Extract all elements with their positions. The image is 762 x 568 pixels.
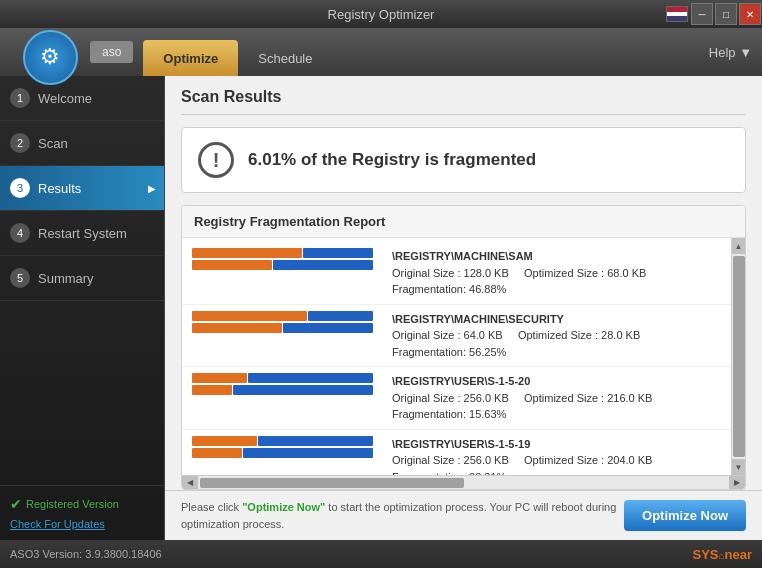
step-badge-4: 4 <box>10 223 30 243</box>
checkmark-icon: ✔ <box>10 496 22 512</box>
bar-row <box>192 311 382 321</box>
frag-bars-4 <box>192 436 382 460</box>
bar-blue <box>308 311 373 321</box>
bar-row <box>192 373 382 383</box>
close-button[interactable]: ✕ <box>739 3 761 25</box>
bar-row <box>192 260 382 270</box>
item-path: \REGISTRY\MACHINE\SECURITY <box>392 311 721 328</box>
step-badge-2: 2 <box>10 133 30 153</box>
sidebar-label-scan: Scan <box>38 136 68 151</box>
item-info-2: \REGISTRY\MACHINE\SECURITY Original Size… <box>392 311 721 361</box>
list-item: \REGISTRY\USER\S-1-5-20 Original Size : … <box>182 367 731 430</box>
app-title: Registry Optimizer <box>328 7 435 22</box>
bar-orange <box>192 248 302 258</box>
top-nav: aso Optimize Schedule Help ▼ <box>0 28 762 76</box>
bar-blue <box>273 260 373 270</box>
nav-tab-aso[interactable]: aso <box>90 41 133 63</box>
sidebar-label-summary: Summary <box>38 271 94 286</box>
alert-text: 6.01% of the Registry is fragmented <box>248 150 536 170</box>
maximize-button[interactable]: □ <box>715 3 737 25</box>
item-sizes: Original Size : 256.0 KB Optimized Size … <box>392 390 721 407</box>
alert-box: ! 6.01% of the Registry is fragmented <box>181 127 746 193</box>
step-badge-3: 3 <box>10 178 30 198</box>
list-item: \REGISTRY\MACHINE\SECURITY Original Size… <box>182 305 731 368</box>
item-frag: Fragmentation: 15.63% <box>392 406 721 423</box>
item-frag: Fragmentation: 46.88% <box>392 281 721 298</box>
report-list: \REGISTRY\MACHINE\SAM Original Size : 12… <box>182 238 731 475</box>
sidebar-footer: ✔ Registered Version Check For Updates <box>0 485 164 540</box>
item-sizes: Original Size : 64.0 KB Optimized Size :… <box>392 327 721 344</box>
step-badge-5: 5 <box>10 268 30 288</box>
title-bar: Registry Optimizer ─ □ ✕ <box>0 0 762 28</box>
step-badge-1: 1 <box>10 88 30 108</box>
content-area: Scan Results ! 6.01% of the Registry is … <box>165 76 762 540</box>
bar-blue <box>258 436 373 446</box>
scroll-up-button[interactable]: ▲ <box>732 238 746 254</box>
scroll-down-button[interactable]: ▼ <box>732 459 746 475</box>
frag-bars-2 <box>192 311 382 335</box>
sidebar: 1 Welcome 2 Scan 3 Results 4 Restart Sys… <box>0 76 165 540</box>
nav-tabs: Optimize Schedule <box>143 28 332 76</box>
status-bar: ASO3 Version: 3.9.3800.18406 SYS⌂near <box>0 540 762 568</box>
scroll-thumb-h[interactable] <box>200 478 464 488</box>
bar-orange <box>192 436 257 446</box>
help-button[interactable]: Help ▼ <box>709 45 752 60</box>
sidebar-item-restart[interactable]: 4 Restart System <box>0 211 164 256</box>
frag-bars-1 <box>192 248 382 272</box>
page-title: Scan Results <box>181 88 746 106</box>
registered-badge: ✔ Registered Version <box>10 496 154 512</box>
report-body: \REGISTRY\MACHINE\SAM Original Size : 12… <box>182 238 745 475</box>
item-path: \REGISTRY\USER\S-1-5-20 <box>392 373 721 390</box>
bar-row <box>192 448 382 458</box>
warning-icon: ! <box>198 142 234 178</box>
scroll-left-button[interactable]: ◀ <box>182 476 198 490</box>
scroll-thumb[interactable] <box>733 256 745 457</box>
registered-label: Registered Version <box>26 498 119 510</box>
report-header: Registry Fragmentation Report <box>182 206 745 238</box>
bar-blue <box>248 373 373 383</box>
sidebar-label-welcome: Welcome <box>38 91 92 106</box>
title-bar-controls: ─ □ ✕ <box>664 0 762 28</box>
item-info-3: \REGISTRY\USER\S-1-5-20 Original Size : … <box>392 373 721 423</box>
bar-blue <box>243 448 373 458</box>
bar-blue <box>283 323 373 333</box>
item-frag: Fragmentation: 20.31% <box>392 469 721 476</box>
bar-orange <box>192 323 282 333</box>
report-section: Registry Fragmentation Report <box>181 205 746 490</box>
item-path: \REGISTRY\USER\S-1-5-19 <box>392 436 721 453</box>
horizontal-scrollbar[interactable]: ◀ ▶ <box>182 475 745 489</box>
sidebar-item-results[interactable]: 3 Results <box>0 166 164 211</box>
bar-orange <box>192 373 247 383</box>
vertical-scrollbar[interactable]: ▲ ▼ <box>731 238 745 475</box>
bottom-note: Please click "Optimize Now" to start the… <box>181 499 624 532</box>
bar-row <box>192 385 382 395</box>
scroll-right-button[interactable]: ▶ <box>729 476 745 490</box>
content-header: Scan Results <box>165 76 762 114</box>
bar-orange <box>192 311 307 321</box>
sidebar-item-summary[interactable]: 5 Summary <box>0 256 164 301</box>
bottom-bar: Please click "Optimize Now" to start the… <box>165 490 762 540</box>
sysbar-logo: SYS⌂near <box>692 547 752 562</box>
sidebar-spacer <box>0 301 164 485</box>
bar-orange <box>192 448 242 458</box>
list-item: \REGISTRY\MACHINE\SAM Original Size : 12… <box>182 242 731 305</box>
frag-bars-3 <box>192 373 382 397</box>
sidebar-item-welcome[interactable]: 1 Welcome <box>0 76 164 121</box>
minimize-button[interactable]: ─ <box>691 3 713 25</box>
bar-orange <box>192 385 232 395</box>
check-updates-link[interactable]: Check For Updates <box>10 518 154 530</box>
bar-row <box>192 323 382 333</box>
main-layout: 1 Welcome 2 Scan 3 Results 4 Restart Sys… <box>0 76 762 540</box>
item-info-4: \REGISTRY\USER\S-1-5-19 Original Size : … <box>392 436 721 476</box>
tab-schedule[interactable]: Schedule <box>238 40 332 76</box>
optimize-now-button[interactable]: Optimize Now <box>624 500 746 531</box>
tab-optimize[interactable]: Optimize <box>143 40 238 76</box>
bar-row <box>192 248 382 258</box>
sidebar-label-results: Results <box>38 181 81 196</box>
sidebar-item-scan[interactable]: 2 Scan <box>0 121 164 166</box>
item-path: \REGISTRY\MACHINE\SAM <box>392 248 721 265</box>
bar-blue <box>233 385 373 395</box>
bar-orange <box>192 260 272 270</box>
header-divider <box>181 114 746 115</box>
language-flag[interactable] <box>666 6 688 22</box>
